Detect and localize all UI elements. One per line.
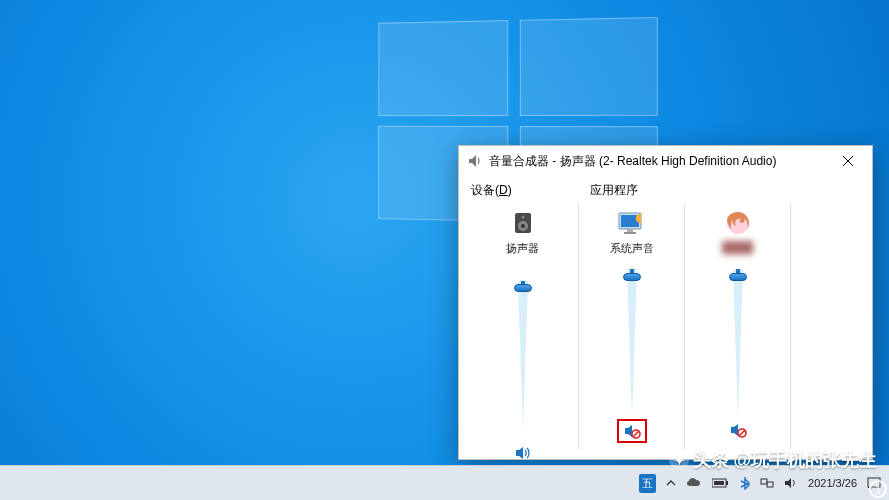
window-title: 音量合成器 - 扬声器 (2- Realtek High Definition … [489,153,828,170]
svg-rect-17 [767,482,773,487]
svg-point-2 [521,224,525,228]
speaker-muted-icon [729,421,747,439]
tray-onedrive-icon[interactable] [686,466,702,501]
svg-line-9 [633,431,639,437]
desktop: 音量合成器 - 扬声器 (2- Realtek High Definition … [0,0,889,500]
slider-thumb[interactable] [514,284,532,292]
firefox-icon[interactable] [725,205,751,241]
taskbar[interactable]: 五 2021/3/26 [0,465,889,500]
app-mute-button[interactable] [617,419,647,443]
tray-volume-icon[interactable] [784,466,798,501]
app-volume-slider[interactable] [730,269,746,419]
app-name[interactable]: 系统声音 [610,241,654,257]
app-mute-button[interactable] [727,419,749,441]
volume-mixer-icon [467,153,483,169]
svg-rect-15 [726,481,728,485]
tray-bluetooth-icon[interactable] [740,466,750,501]
svg-rect-16 [761,479,767,484]
close-button[interactable] [828,146,868,176]
tray-notifications-icon[interactable] [867,466,881,501]
close-icon [843,156,853,166]
applications-section: 应用程序 系统声音 [574,182,860,451]
applications-section-label: 应用程序 [574,182,860,199]
slider-thumb[interactable] [729,273,747,281]
app-column-empty [790,203,860,449]
mixer-body: 设备(D) 扬声器 [459,176,872,459]
app-volume-slider[interactable] [624,269,640,419]
slider-thumb[interactable] [623,273,641,281]
volume-mixer-window: 音量合成器 - 扬声器 (2- Realtek High Definition … [458,145,873,460]
svg-point-3 [521,216,524,219]
device-column: 扬声器 [471,203,574,472]
titlebar[interactable]: 音量合成器 - 扬声器 (2- Realtek High Definition … [459,146,872,176]
device-volume-slider[interactable] [515,281,531,431]
app-column-system-sounds: 系统声音 [578,203,684,449]
app-column-app2: ████ [684,203,790,449]
device-section-label: 设备(D) [471,182,574,199]
app-name[interactable]: ████ [722,241,753,257]
speaker-muted-icon [623,422,641,440]
speaker-on-icon [514,444,532,462]
svg-rect-6 [627,229,633,232]
system-tray: 五 2021/3/26 [639,466,885,501]
tray-language-indicator[interactable]: 五 [639,466,656,501]
device-mute-button[interactable] [512,442,534,464]
svg-line-12 [739,430,745,436]
speaker-device-icon[interactable] [509,205,537,241]
device-name[interactable]: 扬声器 [506,241,539,257]
tray-chevron-up-icon[interactable] [666,466,676,501]
svg-rect-14 [714,481,724,485]
tray-battery-icon[interactable] [712,466,730,501]
device-section: 设备(D) 扬声器 [471,182,574,451]
system-sounds-icon[interactable] [617,205,647,241]
tray-network-icon[interactable] [760,466,774,501]
svg-rect-7 [624,232,636,234]
svg-rect-18 [868,478,880,487]
tray-date[interactable]: 2021/3/26 [808,466,857,501]
